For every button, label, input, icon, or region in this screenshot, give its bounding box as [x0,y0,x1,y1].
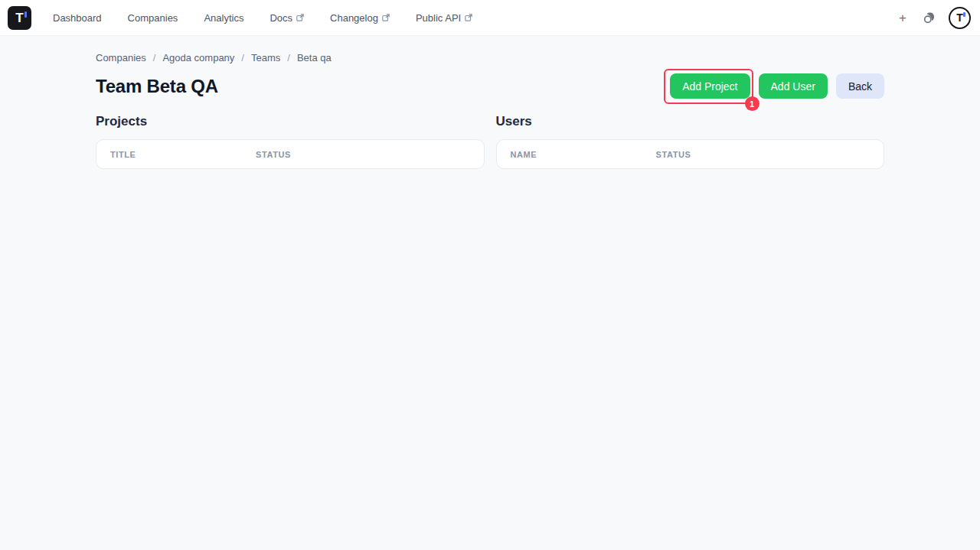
logo-blue-tick [24,11,27,18]
column-header-name: Name [511,150,656,159]
feedback-bubble-icon[interactable] [923,11,936,24]
top-nav: T Dashboard Companies Analytics Docs Cha… [0,0,980,36]
app-logo-letter: T [15,11,23,24]
breadcrumb: Companies / Agoda company / Teams / Beta… [96,52,884,63]
projects-table: Title Status [96,139,485,169]
nav-item-label: Analytics [204,12,243,24]
sections-grid: Projects Title Status Users Name Status [96,114,884,169]
users-heading: Users [496,114,885,129]
projects-section: Projects Title Status [96,114,485,169]
add-user-button[interactable]: Add User [759,73,828,99]
users-section: Users Name Status [496,114,885,169]
external-link-icon [382,14,390,21]
add-project-button[interactable]: Add Project [670,73,750,99]
breadcrumb-separator: / [287,52,290,63]
nav-item-docs[interactable]: Docs [270,12,304,24]
avatar-blue-tick [963,12,965,17]
back-button[interactable]: Back [836,73,884,99]
nav-item-label: Dashboard [53,12,102,24]
projects-heading: Projects [96,114,485,129]
column-header-status: Status [256,150,470,159]
breadcrumb-separator: / [153,52,156,63]
breadcrumb-teams[interactable]: Teams [251,52,280,63]
add-project-annotation-wrap: Add Project 1 [670,73,750,99]
breadcrumb-beta-qa[interactable]: Beta qa [297,52,332,63]
plus-icon[interactable]: + [896,10,910,26]
nav-right: + T [896,7,971,29]
column-header-status: Status [656,150,871,159]
nav-links: Dashboard Companies Analytics Docs Chang… [53,12,472,24]
nav-item-changelog[interactable]: Changelog [330,12,390,24]
nav-item-label: Changelog [330,12,378,24]
nav-item-public-api[interactable]: Public API [416,12,472,24]
app-logo[interactable]: T [8,6,31,30]
action-buttons: Add Project 1 Add User Back [670,73,884,99]
avatar[interactable]: T [949,7,971,29]
nav-item-analytics[interactable]: Analytics [204,12,243,24]
avatar-letter: T [956,12,963,23]
nav-item-label: Companies [128,12,178,24]
nav-item-label: Public API [416,12,461,24]
breadcrumb-agoda-company[interactable]: Agoda company [162,52,234,63]
nav-item-dashboard[interactable]: Dashboard [53,12,102,24]
projects-table-header: Title Status [96,140,484,168]
nav-item-label: Docs [270,12,292,24]
title-row: Team Beta QA Add Project 1 Add User Back [96,73,884,99]
breadcrumb-separator: / [241,52,244,63]
breadcrumb-companies[interactable]: Companies [96,52,146,63]
nav-item-companies[interactable]: Companies [128,12,178,24]
page-title: Team Beta QA [96,76,218,97]
main-content: Companies / Agoda company / Teams / Beta… [96,52,884,169]
annotation-badge: 1 [745,96,760,111]
external-link-icon [465,14,472,21]
column-header-title: Title [110,150,256,159]
external-link-icon [296,14,304,21]
users-table-header: Name Status [497,140,884,168]
users-table: Name Status [496,139,885,169]
